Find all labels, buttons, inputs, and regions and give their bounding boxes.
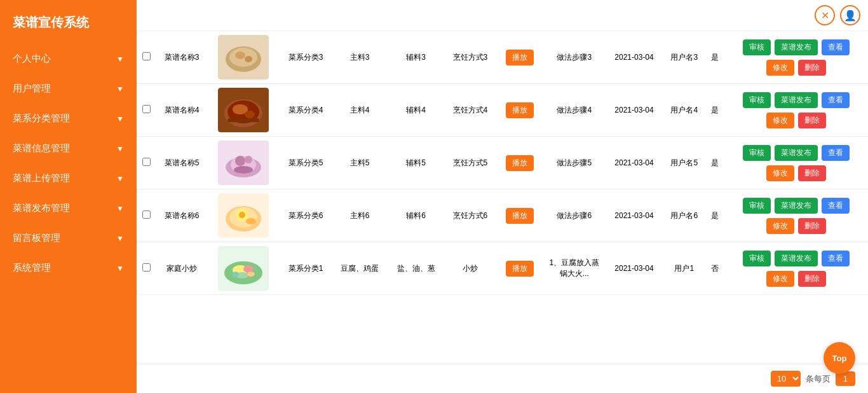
view-button[interactable]: 查看	[822, 145, 850, 161]
sidebar-item-category-management[interactable]: 菜系分类管理 ▼	[0, 104, 137, 134]
recipe-actions-cell: 审核 菜谱发布 查看 修改 删除	[724, 137, 868, 190]
chevron-down-icon-7: ▼	[116, 264, 124, 273]
sidebar-label-recipe-info: 菜谱信息管理	[13, 142, 70, 155]
table-row: 菜谱名称5 菜系分类5 主料5 辅料5 烹饪方式5 播放 做法步骤5 2021-…	[137, 137, 868, 190]
recipe-aux-ingredient-cell: 辅料6	[388, 190, 444, 242]
top-bar: ✕ 👤	[137, 0, 868, 31]
recipe-main-ingredient-cell: 主料3	[332, 31, 388, 84]
chevron-down-icon-2: ▼	[116, 114, 124, 123]
sidebar-item-recipe-info[interactable]: 菜谱信息管理 ▼	[0, 134, 137, 163]
user-button[interactable]: 👤	[840, 5, 860, 25]
recipe-steps-cell: 1、豆腐放入蒸锅大火...	[543, 242, 606, 295]
svg-point-3	[235, 52, 245, 59]
close-button[interactable]: ✕	[815, 5, 835, 25]
table-container: 菜谱名称3 菜系分类3 主料3 辅料3 烹饪方式3 播放 做法步骤3 2021-…	[137, 31, 868, 364]
pagination-bar: 10 20 50 条每页 1	[137, 364, 868, 393]
sidebar-item-user-management[interactable]: 用户管理 ▼	[0, 74, 137, 104]
edit-button[interactable]: 修改	[766, 218, 794, 234]
view-button[interactable]: 查看	[822, 251, 850, 266]
recipe-aux-ingredient-cell: 辅料3	[388, 31, 444, 84]
row-checkbox[interactable]	[142, 105, 151, 113]
view-button[interactable]: 查看	[822, 198, 850, 214]
delete-button[interactable]: 删除	[798, 218, 826, 234]
delete-button[interactable]: 删除	[798, 271, 826, 287]
back-to-top-button[interactable]: Top	[824, 342, 855, 374]
sidebar-label-recipe-publish: 菜谱发布管理	[13, 202, 70, 214]
recipe-play-cell: 播放	[496, 84, 543, 137]
recipe-cooking-method-cell: 烹饪方式6	[444, 190, 496, 242]
recipe-user-cell: 用户1	[663, 242, 705, 295]
sidebar-item-message-board[interactable]: 留言板管理 ▼	[0, 223, 137, 253]
recipe-date-cell: 2021-03-04	[606, 137, 663, 190]
table-row: 菜谱名称6 菜系分类6 主料6 辅料6 烹饪方式6 播放 做法步骤6 2021-…	[137, 190, 868, 242]
svg-rect-10	[227, 118, 259, 122]
audit-button[interactable]: 审核	[743, 92, 771, 108]
page-size-select[interactable]: 10 20 50	[771, 371, 801, 387]
edit-button[interactable]: 修改	[766, 60, 794, 76]
play-button[interactable]: 播放	[506, 102, 534, 118]
recipe-name-cell: 菜谱名称3	[156, 31, 208, 84]
recipe-cooking-method-cell: 烹饪方式4	[444, 84, 496, 137]
row-checkbox-cell	[137, 190, 156, 242]
edit-button[interactable]: 修改	[766, 165, 794, 181]
delete-button[interactable]: 删除	[798, 60, 826, 76]
recipe-user-cell: 用户名3	[663, 31, 705, 84]
row-checkbox[interactable]	[142, 263, 151, 272]
recipe-user-cell: 用户名6	[663, 190, 705, 242]
row-checkbox[interactable]	[142, 158, 151, 166]
chevron-down-icon-1: ▼	[116, 85, 124, 93]
view-button[interactable]: 查看	[822, 92, 850, 108]
recipe-name-cell: 菜谱名称6	[156, 190, 208, 242]
publish-button[interactable]: 菜谱发布	[775, 92, 818, 108]
audit-button[interactable]: 审核	[743, 39, 771, 55]
row-checkbox[interactable]	[142, 52, 151, 60]
audit-button[interactable]: 审核	[743, 145, 771, 161]
publish-button[interactable]: 菜谱发布	[775, 39, 818, 55]
recipe-name-cell: 菜谱名称5	[156, 137, 208, 190]
sidebar-item-recipe-publish[interactable]: 菜谱发布管理 ▼	[0, 193, 137, 223]
recipe-steps-cell: 做法步骤4	[543, 84, 606, 137]
recipe-category-cell: 菜系分类6	[280, 190, 332, 242]
chevron-down-icon-0: ▼	[116, 55, 124, 64]
sidebar: 菜谱宣传系统 个人中心 ▼ 用户管理 ▼ 菜系分类管理 ▼ 菜谱信息管理 ▼ 菜…	[0, 0, 137, 393]
edit-button[interactable]: 修改	[766, 113, 794, 128]
publish-button[interactable]: 菜谱发布	[775, 198, 818, 214]
sidebar-item-system-management[interactable]: 系统管理 ▼	[0, 253, 137, 283]
sidebar-item-personal-center[interactable]: 个人中心 ▼	[0, 44, 137, 74]
recipe-play-cell: 播放	[496, 31, 543, 84]
edit-button[interactable]: 修改	[766, 271, 794, 287]
recipe-category-cell: 菜系分类5	[280, 137, 332, 190]
row-checkbox[interactable]	[142, 210, 151, 219]
delete-button[interactable]: 删除	[798, 113, 826, 128]
recipe-image-cell	[208, 190, 280, 242]
recipe-date-cell: 2021-03-04	[606, 190, 663, 242]
recipe-date-cell: 2021-03-04	[606, 31, 663, 84]
audit-button[interactable]: 审核	[743, 198, 771, 214]
recipe-top-cell: 是	[705, 190, 724, 242]
recipe-main-ingredient-cell: 主料5	[332, 137, 388, 190]
svg-point-15	[245, 156, 252, 163]
publish-button[interactable]: 菜谱发布	[775, 251, 818, 266]
play-button[interactable]: 播放	[506, 208, 534, 224]
recipe-category-cell: 菜系分类1	[280, 242, 332, 295]
play-button[interactable]: 播放	[506, 50, 534, 66]
row-checkbox-cell	[137, 31, 156, 84]
chevron-down-icon-4: ▼	[116, 174, 124, 183]
svg-point-16	[234, 166, 253, 174]
view-button[interactable]: 查看	[822, 39, 850, 55]
recipe-steps-cell: 做法步骤6	[543, 190, 606, 242]
row-checkbox-cell	[137, 84, 156, 137]
svg-point-21	[239, 212, 245, 218]
recipe-image-cell	[208, 242, 280, 295]
delete-button[interactable]: 删除	[798, 165, 826, 181]
recipe-date-cell: 2021-03-04	[606, 84, 663, 137]
chevron-down-icon-3: ▼	[116, 144, 124, 153]
recipe-top-cell: 是	[705, 84, 724, 137]
back-to-top-label: Top	[832, 354, 847, 363]
sidebar-item-recipe-upload[interactable]: 菜谱上传管理 ▼	[0, 163, 137, 193]
publish-button[interactable]: 菜谱发布	[775, 145, 818, 161]
play-button[interactable]: 播放	[506, 261, 534, 277]
recipe-image-cell	[208, 31, 280, 84]
play-button[interactable]: 播放	[506, 155, 534, 171]
audit-button[interactable]: 审核	[743, 251, 771, 266]
